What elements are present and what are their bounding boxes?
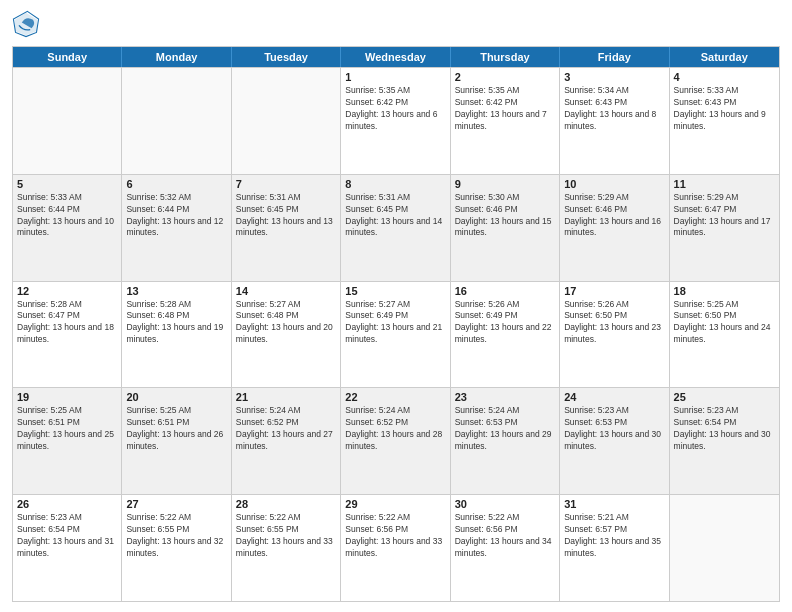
cell-day-number: 28 bbox=[236, 498, 336, 510]
calendar-cell: 29Sunrise: 5:22 AM Sunset: 6:56 PM Dayli… bbox=[341, 495, 450, 601]
cell-day-number: 18 bbox=[674, 285, 775, 297]
cell-day-number: 6 bbox=[126, 178, 226, 190]
cell-info: Sunrise: 5:28 AM Sunset: 6:47 PM Dayligh… bbox=[17, 299, 117, 347]
calendar-cell: 10Sunrise: 5:29 AM Sunset: 6:46 PM Dayli… bbox=[560, 175, 669, 281]
calendar: SundayMondayTuesdayWednesdayThursdayFrid… bbox=[12, 46, 780, 602]
calendar-cell: 19Sunrise: 5:25 AM Sunset: 6:51 PM Dayli… bbox=[13, 388, 122, 494]
cell-info: Sunrise: 5:35 AM Sunset: 6:42 PM Dayligh… bbox=[455, 85, 555, 133]
calendar-header-cell: Saturday bbox=[670, 47, 779, 67]
cell-info: Sunrise: 5:21 AM Sunset: 6:57 PM Dayligh… bbox=[564, 512, 664, 560]
cell-info: Sunrise: 5:26 AM Sunset: 6:49 PM Dayligh… bbox=[455, 299, 555, 347]
calendar-cell: 31Sunrise: 5:21 AM Sunset: 6:57 PM Dayli… bbox=[560, 495, 669, 601]
calendar-cell: 14Sunrise: 5:27 AM Sunset: 6:48 PM Dayli… bbox=[232, 282, 341, 388]
calendar-header-cell: Monday bbox=[122, 47, 231, 67]
calendar-header-cell: Wednesday bbox=[341, 47, 450, 67]
cell-day-number: 11 bbox=[674, 178, 775, 190]
cell-info: Sunrise: 5:31 AM Sunset: 6:45 PM Dayligh… bbox=[236, 192, 336, 240]
cell-info: Sunrise: 5:22 AM Sunset: 6:56 PM Dayligh… bbox=[345, 512, 445, 560]
calendar-cell: 11Sunrise: 5:29 AM Sunset: 6:47 PM Dayli… bbox=[670, 175, 779, 281]
cell-info: Sunrise: 5:26 AM Sunset: 6:50 PM Dayligh… bbox=[564, 299, 664, 347]
calendar-header-cell: Thursday bbox=[451, 47, 560, 67]
calendar-cell bbox=[13, 68, 122, 174]
header bbox=[12, 10, 780, 38]
cell-day-number: 2 bbox=[455, 71, 555, 83]
cell-info: Sunrise: 5:23 AM Sunset: 6:54 PM Dayligh… bbox=[674, 405, 775, 453]
calendar-cell: 13Sunrise: 5:28 AM Sunset: 6:48 PM Dayli… bbox=[122, 282, 231, 388]
calendar-cell: 28Sunrise: 5:22 AM Sunset: 6:55 PM Dayli… bbox=[232, 495, 341, 601]
cell-info: Sunrise: 5:27 AM Sunset: 6:49 PM Dayligh… bbox=[345, 299, 445, 347]
calendar-header-cell: Tuesday bbox=[232, 47, 341, 67]
cell-info: Sunrise: 5:35 AM Sunset: 6:42 PM Dayligh… bbox=[345, 85, 445, 133]
cell-info: Sunrise: 5:22 AM Sunset: 6:55 PM Dayligh… bbox=[236, 512, 336, 560]
calendar-cell bbox=[122, 68, 231, 174]
cell-day-number: 16 bbox=[455, 285, 555, 297]
calendar-cell: 1Sunrise: 5:35 AM Sunset: 6:42 PM Daylig… bbox=[341, 68, 450, 174]
calendar-body: 1Sunrise: 5:35 AM Sunset: 6:42 PM Daylig… bbox=[13, 67, 779, 601]
calendar-cell: 27Sunrise: 5:22 AM Sunset: 6:55 PM Dayli… bbox=[122, 495, 231, 601]
cell-day-number: 19 bbox=[17, 391, 117, 403]
cell-day-number: 15 bbox=[345, 285, 445, 297]
cell-day-number: 3 bbox=[564, 71, 664, 83]
cell-day-number: 27 bbox=[126, 498, 226, 510]
cell-info: Sunrise: 5:23 AM Sunset: 6:54 PM Dayligh… bbox=[17, 512, 117, 560]
cell-day-number: 23 bbox=[455, 391, 555, 403]
cell-info: Sunrise: 5:29 AM Sunset: 6:47 PM Dayligh… bbox=[674, 192, 775, 240]
cell-day-number: 21 bbox=[236, 391, 336, 403]
calendar-header-cell: Friday bbox=[560, 47, 669, 67]
cell-info: Sunrise: 5:24 AM Sunset: 6:52 PM Dayligh… bbox=[236, 405, 336, 453]
logo bbox=[12, 10, 44, 38]
cell-info: Sunrise: 5:33 AM Sunset: 6:43 PM Dayligh… bbox=[674, 85, 775, 133]
cell-info: Sunrise: 5:25 AM Sunset: 6:51 PM Dayligh… bbox=[126, 405, 226, 453]
calendar-cell: 12Sunrise: 5:28 AM Sunset: 6:47 PM Dayli… bbox=[13, 282, 122, 388]
cell-day-number: 8 bbox=[345, 178, 445, 190]
calendar-cell: 2Sunrise: 5:35 AM Sunset: 6:42 PM Daylig… bbox=[451, 68, 560, 174]
calendar-cell: 17Sunrise: 5:26 AM Sunset: 6:50 PM Dayli… bbox=[560, 282, 669, 388]
cell-info: Sunrise: 5:28 AM Sunset: 6:48 PM Dayligh… bbox=[126, 299, 226, 347]
cell-day-number: 29 bbox=[345, 498, 445, 510]
calendar-cell: 3Sunrise: 5:34 AM Sunset: 6:43 PM Daylig… bbox=[560, 68, 669, 174]
calendar-header-cell: Sunday bbox=[13, 47, 122, 67]
cell-day-number: 26 bbox=[17, 498, 117, 510]
calendar-cell: 25Sunrise: 5:23 AM Sunset: 6:54 PM Dayli… bbox=[670, 388, 779, 494]
calendar-cell: 9Sunrise: 5:30 AM Sunset: 6:46 PM Daylig… bbox=[451, 175, 560, 281]
cell-info: Sunrise: 5:22 AM Sunset: 6:55 PM Dayligh… bbox=[126, 512, 226, 560]
calendar-cell: 5Sunrise: 5:33 AM Sunset: 6:44 PM Daylig… bbox=[13, 175, 122, 281]
calendar-cell: 23Sunrise: 5:24 AM Sunset: 6:53 PM Dayli… bbox=[451, 388, 560, 494]
calendar-cell: 20Sunrise: 5:25 AM Sunset: 6:51 PM Dayli… bbox=[122, 388, 231, 494]
calendar-cell: 4Sunrise: 5:33 AM Sunset: 6:43 PM Daylig… bbox=[670, 68, 779, 174]
cell-info: Sunrise: 5:22 AM Sunset: 6:56 PM Dayligh… bbox=[455, 512, 555, 560]
calendar-week: 12Sunrise: 5:28 AM Sunset: 6:47 PM Dayli… bbox=[13, 281, 779, 388]
cell-day-number: 5 bbox=[17, 178, 117, 190]
cell-info: Sunrise: 5:24 AM Sunset: 6:53 PM Dayligh… bbox=[455, 405, 555, 453]
cell-info: Sunrise: 5:32 AM Sunset: 6:44 PM Dayligh… bbox=[126, 192, 226, 240]
cell-info: Sunrise: 5:25 AM Sunset: 6:50 PM Dayligh… bbox=[674, 299, 775, 347]
calendar-cell: 26Sunrise: 5:23 AM Sunset: 6:54 PM Dayli… bbox=[13, 495, 122, 601]
cell-day-number: 20 bbox=[126, 391, 226, 403]
cell-day-number: 30 bbox=[455, 498, 555, 510]
cell-info: Sunrise: 5:34 AM Sunset: 6:43 PM Dayligh… bbox=[564, 85, 664, 133]
calendar-cell: 8Sunrise: 5:31 AM Sunset: 6:45 PM Daylig… bbox=[341, 175, 450, 281]
calendar-cell bbox=[232, 68, 341, 174]
cell-day-number: 1 bbox=[345, 71, 445, 83]
cell-info: Sunrise: 5:25 AM Sunset: 6:51 PM Dayligh… bbox=[17, 405, 117, 453]
cell-info: Sunrise: 5:30 AM Sunset: 6:46 PM Dayligh… bbox=[455, 192, 555, 240]
calendar-week: 5Sunrise: 5:33 AM Sunset: 6:44 PM Daylig… bbox=[13, 174, 779, 281]
calendar-cell: 18Sunrise: 5:25 AM Sunset: 6:50 PM Dayli… bbox=[670, 282, 779, 388]
cell-info: Sunrise: 5:27 AM Sunset: 6:48 PM Dayligh… bbox=[236, 299, 336, 347]
calendar-cell: 16Sunrise: 5:26 AM Sunset: 6:49 PM Dayli… bbox=[451, 282, 560, 388]
cell-day-number: 12 bbox=[17, 285, 117, 297]
calendar-cell bbox=[670, 495, 779, 601]
cell-day-number: 22 bbox=[345, 391, 445, 403]
logo-icon bbox=[12, 10, 40, 38]
cell-day-number: 31 bbox=[564, 498, 664, 510]
cell-day-number: 4 bbox=[674, 71, 775, 83]
calendar-cell: 22Sunrise: 5:24 AM Sunset: 6:52 PM Dayli… bbox=[341, 388, 450, 494]
cell-info: Sunrise: 5:33 AM Sunset: 6:44 PM Dayligh… bbox=[17, 192, 117, 240]
cell-info: Sunrise: 5:23 AM Sunset: 6:53 PM Dayligh… bbox=[564, 405, 664, 453]
calendar-cell: 24Sunrise: 5:23 AM Sunset: 6:53 PM Dayli… bbox=[560, 388, 669, 494]
calendar-cell: 7Sunrise: 5:31 AM Sunset: 6:45 PM Daylig… bbox=[232, 175, 341, 281]
calendar-cell: 21Sunrise: 5:24 AM Sunset: 6:52 PM Dayli… bbox=[232, 388, 341, 494]
cell-day-number: 14 bbox=[236, 285, 336, 297]
calendar-week: 1Sunrise: 5:35 AM Sunset: 6:42 PM Daylig… bbox=[13, 67, 779, 174]
cell-day-number: 25 bbox=[674, 391, 775, 403]
